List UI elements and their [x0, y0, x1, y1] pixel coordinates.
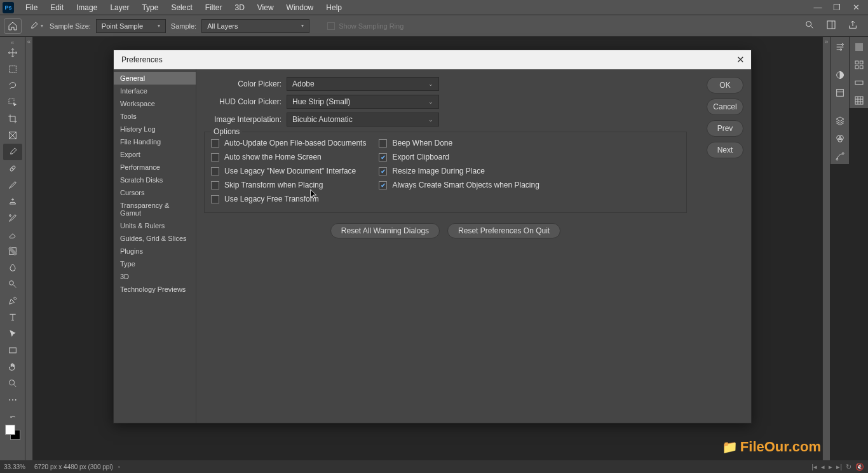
dialog-close-button[interactable]: ✕: [735, 54, 746, 65]
restore-button[interactable]: ❐: [827, 1, 846, 14]
option-export-clipboard[interactable]: Export Clipboard: [379, 153, 539, 161]
color-swatches[interactable]: [5, 425, 20, 440]
pref-category-units-rulers[interactable]: Units & Rulers: [114, 219, 196, 232]
pref-category-history-log[interactable]: History Log: [114, 123, 196, 135]
timeline-audio-icon[interactable]: 🔇: [855, 463, 864, 471]
reset-prefs-on-quit-button[interactable]: Reset Preferences On Quit: [447, 223, 560, 238]
type-tool[interactable]: [3, 309, 22, 326]
minimize-button[interactable]: —: [808, 1, 827, 14]
pref-category-guides-grid-slices[interactable]: Guides, Grid & Slices: [114, 232, 196, 245]
menu-view[interactable]: View: [251, 1, 280, 15]
pref-category-workspace[interactable]: Workspace: [114, 97, 196, 110]
dodge-tool[interactable]: [3, 276, 22, 292]
frame-tool[interactable]: [3, 127, 22, 144]
pref-category-file-handling[interactable]: File Handling: [114, 135, 196, 148]
ok-button[interactable]: OK: [707, 77, 743, 93]
swap-colors-icon[interactable]: ⤺: [3, 412, 22, 421]
pref-category-3d[interactable]: 3D: [114, 270, 196, 283]
menu-3d[interactable]: 3D: [228, 1, 250, 15]
pref-category-cursors[interactable]: Cursors: [114, 186, 196, 199]
clone-stamp-tool[interactable]: [3, 193, 22, 210]
tab-strip-left-collapse[interactable]: «: [25, 37, 33, 460]
gradient-tool[interactable]: [3, 243, 22, 259]
menu-type[interactable]: Type: [135, 1, 165, 15]
patterns-panel-icon[interactable]: [851, 93, 867, 108]
adjustments-panel-icon[interactable]: [832, 67, 848, 83]
healing-tool[interactable]: [3, 160, 22, 177]
menu-window[interactable]: Window: [280, 1, 320, 15]
menu-image[interactable]: Image: [70, 1, 104, 15]
layers-panel-icon[interactable]: [832, 113, 848, 128]
timeline-play-icon[interactable]: ▸: [829, 463, 832, 471]
right-panel-collapse[interactable]: »: [822, 37, 830, 460]
properties-panel-icon[interactable]: [832, 39, 848, 55]
home-button[interactable]: [4, 18, 22, 34]
color-panel-icon[interactable]: [851, 39, 867, 55]
search-icon[interactable]: [804, 20, 815, 32]
cancel-button[interactable]: Cancel: [707, 99, 743, 115]
close-app-button[interactable]: ✕: [846, 1, 865, 14]
paths-panel-icon[interactable]: [832, 149, 848, 164]
marquee-tool[interactable]: [3, 61, 22, 78]
option-use-legacy-free-transform[interactable]: Use Legacy Free Transform: [211, 195, 366, 203]
hand-tool[interactable]: [3, 359, 22, 375]
pref-category-general[interactable]: General: [114, 72, 196, 85]
menu-select[interactable]: Select: [165, 1, 198, 15]
sample-size-dropdown[interactable]: Point Sample▾: [96, 19, 166, 33]
option-skip-transform-when-placing[interactable]: Skip Transform when Placing: [211, 181, 366, 189]
pref-category-scratch-disks[interactable]: Scratch Disks: [114, 174, 196, 186]
channels-panel-icon[interactable]: [832, 131, 848, 146]
option-auto-update-open-file-based-documents[interactable]: Auto-Update Open File-based Documents: [211, 139, 366, 147]
pref-category-type[interactable]: Type: [114, 257, 196, 270]
path-select-tool[interactable]: [3, 326, 22, 342]
swatches-panel-icon[interactable]: [851, 57, 867, 72]
menu-edit[interactable]: Edit: [44, 1, 70, 15]
menu-layer[interactable]: Layer: [104, 1, 135, 15]
option-use-legacy-new-document-interface[interactable]: Use Legacy "New Document" Interface: [211, 167, 366, 175]
option-beep-when-done[interactable]: Beep When Done: [379, 139, 539, 147]
sample-dropdown[interactable]: All Layers▾: [201, 19, 309, 33]
option-auto-show-the-home-screen[interactable]: Auto show the Home Screen: [211, 153, 366, 161]
pref-category-performance[interactable]: Performance: [114, 161, 196, 174]
hud-color-picker-dropdown[interactable]: Hue Strip (Small)⌄: [287, 95, 439, 109]
menu-help[interactable]: Help: [320, 1, 348, 15]
pref-category-transparency-gamut[interactable]: Transparency & Gamut: [114, 199, 196, 219]
zoom-tool[interactable]: [3, 375, 22, 392]
pref-category-plugins[interactable]: Plugins: [114, 245, 196, 257]
menu-filter[interactable]: Filter: [199, 1, 229, 15]
eraser-tool[interactable]: [3, 226, 22, 243]
share-icon[interactable]: [848, 20, 858, 32]
quick-select-tool[interactable]: [3, 94, 22, 111]
brush-tool[interactable]: [3, 177, 22, 193]
pref-category-technology-previews[interactable]: Technology Previews: [114, 283, 196, 296]
edit-toolbar[interactable]: ⋯: [3, 392, 22, 408]
gradients-panel-icon[interactable]: [851, 75, 867, 90]
menu-file[interactable]: File: [19, 1, 44, 15]
crop-tool[interactable]: [3, 111, 22, 127]
next-button[interactable]: Next: [707, 142, 743, 158]
reset-warnings-button[interactable]: Reset All Warning Dialogs: [330, 223, 440, 238]
libraries-panel-icon[interactable]: [832, 85, 848, 100]
timeline-prev-icon[interactable]: ◂: [821, 463, 825, 471]
timeline-next-icon[interactable]: ▸|: [836, 463, 842, 471]
timeline-loop-icon[interactable]: ↻: [846, 463, 851, 471]
zoom-level[interactable]: 33.33%: [4, 463, 29, 470]
color-picker-dropdown[interactable]: Adobe⌄: [287, 77, 439, 91]
option-resize-image-during-place[interactable]: Resize Image During Place: [379, 167, 539, 175]
workspace-icon[interactable]: [826, 20, 836, 32]
pen-tool[interactable]: [3, 292, 22, 309]
rectangle-tool[interactable]: [3, 342, 22, 359]
pref-category-export[interactable]: Export: [114, 148, 196, 161]
image-interpolation-dropdown[interactable]: Bicubic Automatic⌄: [287, 113, 439, 127]
lasso-tool[interactable]: [3, 78, 22, 94]
toolbox-collapse[interactable]: «: [0, 39, 25, 45]
pref-category-tools[interactable]: Tools: [114, 110, 196, 123]
prev-button[interactable]: Prev: [707, 120, 743, 137]
history-brush-tool[interactable]: [3, 210, 22, 226]
timeline-go-start-icon[interactable]: |◂: [811, 463, 817, 471]
move-tool[interactable]: [3, 45, 22, 61]
pref-category-interface[interactable]: Interface: [114, 85, 196, 97]
blur-tool[interactable]: [3, 259, 22, 276]
option-always-create-smart-objects-when-placing[interactable]: Always Create Smart Objects when Placing: [379, 181, 539, 189]
eyedropper-tool[interactable]: [3, 144, 22, 160]
